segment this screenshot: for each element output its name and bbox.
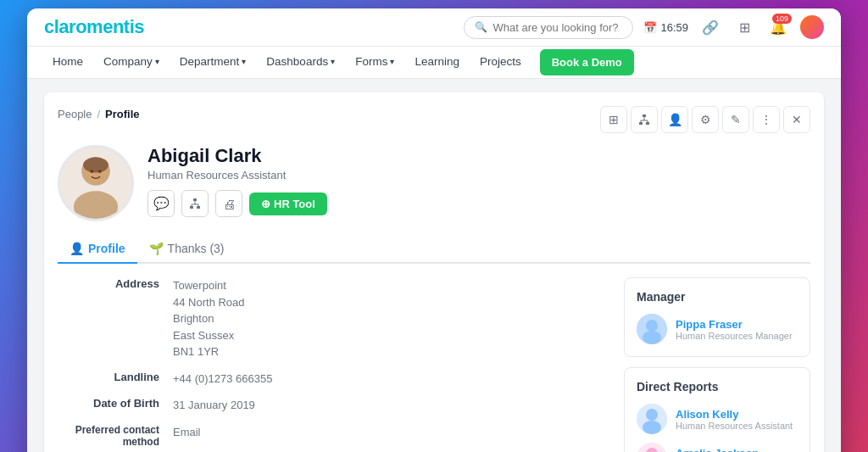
- breadcrumb-parent[interactable]: People: [58, 108, 92, 120]
- breadcrumb-separator: /: [97, 108, 100, 120]
- main-nav: Home Company ▾ Department ▾ Dashboards ▾…: [27, 47, 841, 79]
- nav-projects[interactable]: Projects: [471, 47, 530, 78]
- address-value: Towerpoint 44 North Road Brighton East S…: [173, 277, 245, 360]
- left-panel: Address Towerpoint 44 North Road Brighto…: [58, 277, 610, 452]
- search-bar[interactable]: 🔍: [464, 16, 633, 39]
- thanks-tab-icon: 🌱: [149, 242, 164, 255]
- profile-info: Abigail Clark Human Resources Assistant …: [147, 145, 810, 217]
- toolbar-close-btn[interactable]: ✕: [783, 106, 810, 133]
- hr-tool-button[interactable]: ⊕ HR Tool: [249, 193, 327, 215]
- nav-learning[interactable]: Learning: [406, 47, 468, 78]
- profile-details: Address Towerpoint 44 North Road Brighto…: [58, 277, 610, 452]
- svg-point-26: [643, 421, 661, 434]
- report-role-alison: Human Resources Assistant: [676, 421, 793, 431]
- logo: claromentis: [44, 16, 144, 38]
- svg-rect-14: [193, 198, 197, 201]
- dob-label: Date of Birth: [58, 397, 159, 414]
- svg-point-13: [98, 170, 102, 173]
- top-right-controls: 🔍 📅 16:59 🔗 ⊞ 🔔 109: [464, 15, 824, 39]
- toolbar: ⊞ 👤 ⚙ ✎: [600, 106, 810, 133]
- svg-point-11: [83, 157, 108, 173]
- nav-dashboards[interactable]: Dashboards ▾: [258, 47, 343, 78]
- search-input[interactable]: [492, 21, 622, 34]
- svg-rect-1: [639, 122, 643, 125]
- dob-row: Date of Birth 31 January 2019: [58, 397, 610, 414]
- svg-rect-15: [190, 206, 193, 209]
- manager-item: Pippa Fraser Human Resources Manager: [637, 314, 798, 344]
- report-info-amelia: Amelia Jackson Human Resources Assistant: [676, 447, 793, 453]
- chevron-down-icon: ▾: [390, 57, 394, 66]
- notification-bell-btn[interactable]: 🔔 109: [766, 15, 790, 39]
- nav-forms[interactable]: Forms ▾: [347, 47, 403, 78]
- print-button[interactable]: 🖨: [215, 190, 242, 217]
- direct-reports-card: Direct Reports Alison Kelly: [624, 367, 810, 452]
- svg-point-22: [646, 320, 658, 332]
- right-panel: Manager Pippa Fraser: [624, 277, 810, 452]
- report-avatar-alison: [637, 404, 667, 434]
- report-amelia: Amelia Jackson Human Resources Assistant: [637, 443, 798, 452]
- org-chart-button[interactable]: [181, 190, 209, 217]
- breadcrumb: People / Profile: [58, 108, 140, 120]
- contact-method-label: Preferred contact method: [58, 424, 159, 448]
- top-bar: claromentis 🔍 📅 16:59 🔗 ⊞ 🔔 109: [27, 8, 841, 47]
- profile-name: Abigail Clark: [147, 145, 810, 167]
- svg-point-25: [646, 409, 658, 421]
- nav-company[interactable]: Company ▾: [95, 47, 168, 78]
- chevron-down-icon: ▾: [331, 57, 335, 66]
- nav-home[interactable]: Home: [44, 47, 92, 78]
- landline-row: Landline +44 (0)1273 666355: [58, 371, 610, 388]
- manager-avatar: [637, 314, 667, 344]
- manager-name[interactable]: Pippa Fraser: [676, 318, 793, 331]
- profile-job-title: Human Resources Assistant: [147, 169, 810, 181]
- browser-frame: claromentis 🔍 📅 16:59 🔗 ⊞ 🔔 109 Home Com…: [27, 8, 841, 452]
- search-icon: 🔍: [475, 21, 487, 33]
- main-layout: Address Towerpoint 44 North Road Brighto…: [58, 277, 810, 452]
- toolbar-settings-btn[interactable]: ⚙: [692, 106, 719, 133]
- hr-tool-label: HR Tool: [274, 198, 315, 210]
- report-name-alison[interactable]: Alison Kelly: [676, 408, 793, 421]
- address-row: Address Towerpoint 44 North Road Brighto…: [58, 277, 610, 360]
- svg-rect-0: [643, 114, 646, 117]
- manager-card: Manager Pippa Fraser: [624, 277, 810, 357]
- breadcrumb-current: Profile: [105, 108, 139, 120]
- chevron-down-icon: ▾: [242, 57, 246, 66]
- report-info-alison: Alison Kelly Human Resources Assistant: [676, 408, 793, 431]
- profile-card: People / Profile ⊞: [44, 92, 824, 452]
- grid-menu-btn[interactable]: ⊞: [732, 15, 756, 39]
- address-label: Address: [58, 277, 159, 360]
- nav-department[interactable]: Department ▾: [171, 47, 255, 78]
- report-name-amelia[interactable]: Amelia Jackson: [676, 447, 793, 453]
- link-icon-btn[interactable]: 🔗: [698, 15, 722, 39]
- time-value: 16:59: [660, 21, 688, 34]
- manager-info: Pippa Fraser Human Resources Manager: [676, 318, 793, 341]
- tab-profile-label: Profile: [88, 242, 125, 255]
- chat-button[interactable]: 💬: [147, 190, 175, 217]
- report-avatar-amelia: [637, 443, 667, 452]
- direct-reports-title: Direct Reports: [637, 380, 798, 393]
- content-area: People / Profile ⊞: [27, 79, 841, 452]
- tab-profile[interactable]: 👤 Profile: [58, 235, 137, 264]
- svg-point-12: [90, 170, 93, 173]
- person-tab-icon: 👤: [70, 242, 84, 255]
- toolbar-more-btn[interactable]: ⋮: [753, 106, 780, 133]
- toolbar-person-btn[interactable]: 👤: [661, 106, 688, 133]
- profile-actions: 💬 🖨: [147, 190, 810, 217]
- tab-thanks-label: Thanks (3): [168, 242, 225, 255]
- contact-method-value: Email: [173, 424, 201, 448]
- toolbar-edit-btn[interactable]: ✎: [722, 106, 749, 133]
- svg-rect-16: [197, 206, 200, 209]
- book-demo-button[interactable]: Book a Demo: [540, 49, 634, 75]
- toolbar-org-btn[interactable]: [631, 106, 658, 133]
- user-avatar-btn[interactable]: [800, 15, 824, 39]
- hr-icon: ⊕: [261, 198, 270, 210]
- profile-avatar: [58, 145, 134, 221]
- contact-method-row: Preferred contact method Email: [58, 424, 610, 448]
- manager-role: Human Resources Manager: [676, 331, 793, 341]
- clock-display: 📅 16:59: [643, 21, 688, 34]
- chevron-down-icon: ▾: [155, 57, 159, 66]
- tab-thanks[interactable]: 🌱 Thanks (3): [137, 235, 236, 264]
- toolbar-grid-btn[interactable]: ⊞: [600, 106, 627, 133]
- manager-section-title: Manager: [637, 290, 798, 304]
- calendar-icon: 📅: [643, 21, 657, 34]
- svg-point-23: [643, 331, 661, 344]
